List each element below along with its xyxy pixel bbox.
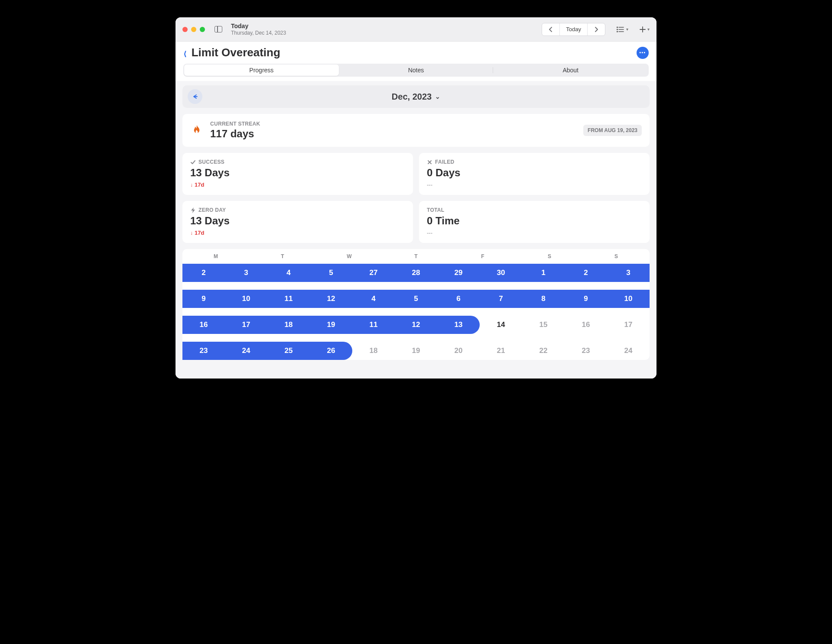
- calendar-day[interactable]: 3: [225, 269, 267, 277]
- calendar-day[interactable]: 30: [480, 269, 522, 277]
- calendar-day[interactable]: 3: [607, 269, 650, 277]
- calendar-day[interactable]: 25: [267, 346, 310, 355]
- dow-cell: S: [583, 253, 650, 259]
- calendar-day[interactable]: 11: [352, 320, 395, 329]
- next-day-button[interactable]: [588, 23, 605, 36]
- calendar-day[interactable]: 17: [225, 320, 267, 329]
- calendar-day[interactable]: 5: [395, 294, 437, 303]
- close-window-button[interactable]: [182, 27, 188, 32]
- calendar-day[interactable]: 9: [565, 294, 607, 303]
- calendar-day[interactable]: 17: [607, 320, 650, 329]
- stat-label-text: TOTAL: [427, 207, 444, 213]
- stat-value: 0 Time: [427, 215, 642, 227]
- calendar-row: 1617181911121314151617: [182, 316, 650, 334]
- calendar-day[interactable]: 29: [437, 269, 480, 277]
- svg-point-4: [617, 29, 618, 30]
- month-label: Dec, 2023: [392, 92, 432, 102]
- stat-value: 0 Days: [427, 167, 642, 179]
- streak-card: CURRENT STREAK 117 days FROM AUG 19, 202…: [182, 114, 650, 147]
- calendar-day[interactable]: 16: [182, 320, 225, 329]
- app-window: Today Thursday, Dec 14, 2023 Today ▾ ▾ ‹…: [176, 17, 656, 379]
- calendar-day[interactable]: 11: [267, 294, 310, 303]
- dow-cell: T: [383, 253, 449, 259]
- calendar-day[interactable]: 20: [437, 346, 480, 355]
- tab-notes[interactable]: Notes: [339, 65, 494, 76]
- dow-cell: W: [316, 253, 383, 259]
- check-icon: [190, 159, 196, 165]
- calendar-day[interactable]: 14: [480, 320, 522, 329]
- stat-zeroday: ZERO DAY 13 Days ↓17d: [182, 201, 413, 243]
- back-button[interactable]: ‹: [184, 45, 186, 60]
- calendar-day[interactable]: 16: [565, 320, 607, 329]
- calendar-day[interactable]: 21: [480, 346, 522, 355]
- stat-label-text: FAILED: [435, 159, 454, 165]
- maximize-window-button[interactable]: [200, 27, 205, 32]
- tab-progress[interactable]: Progress: [184, 65, 339, 76]
- calendar-day[interactable]: 4: [267, 269, 310, 277]
- add-menu[interactable]: ▾: [640, 26, 650, 32]
- calendar-row: 2324252618192021222324: [182, 342, 650, 360]
- calendar-day[interactable]: 24: [225, 346, 267, 355]
- calendar-day[interactable]: 23: [565, 346, 607, 355]
- calendar-day[interactable]: 23: [182, 346, 225, 355]
- calendar-day[interactable]: 15: [522, 320, 565, 329]
- calendar-day[interactable]: 5: [310, 269, 352, 277]
- today-button[interactable]: Today: [559, 23, 588, 36]
- calendar-day[interactable]: 28: [395, 269, 437, 277]
- calendar-day[interactable]: 26: [310, 346, 352, 355]
- calendar-row: 234527282930123: [182, 264, 650, 282]
- calendar-day[interactable]: 19: [310, 320, 352, 329]
- calendar-day[interactable]: 4: [352, 294, 395, 303]
- bolt-icon: [190, 207, 196, 213]
- calendar-day[interactable]: 6: [437, 294, 480, 303]
- prev-month-button[interactable]: [188, 89, 202, 104]
- calendar-day[interactable]: 9: [182, 294, 225, 303]
- stat-delta: ↓17d: [190, 230, 405, 236]
- stat-delta: ---: [427, 230, 642, 236]
- chevron-down-icon: ▾: [626, 27, 628, 32]
- calendar-day[interactable]: 24: [607, 346, 650, 355]
- prev-day-button[interactable]: [542, 23, 559, 36]
- calendar-day[interactable]: 2: [565, 269, 607, 277]
- streak-text: CURRENT STREAK 117 days: [210, 121, 260, 140]
- stat-total: TOTAL 0 Time ---: [419, 201, 650, 243]
- month-picker[interactable]: Dec, 2023 ⌄: [392, 92, 440, 102]
- content: Dec, 2023 ⌄ CURRENT STREAK 117 days FROM…: [176, 81, 656, 379]
- stat-value: 13 Days: [190, 215, 405, 227]
- more-menu-button[interactable]: •••: [637, 47, 649, 59]
- calendar-day[interactable]: 27: [352, 269, 395, 277]
- chevron-down-icon: ⌄: [435, 93, 440, 100]
- tab-about[interactable]: About: [493, 65, 648, 76]
- dow-cell: M: [182, 253, 249, 259]
- calendar-day[interactable]: 19: [395, 346, 437, 355]
- calendar-day[interactable]: 12: [310, 294, 352, 303]
- calendar-day[interactable]: 8: [522, 294, 565, 303]
- calendar-day[interactable]: 1: [522, 269, 565, 277]
- calendar-cells: 910111245678910: [182, 290, 650, 308]
- calendar-day[interactable]: 2: [182, 269, 225, 277]
- stat-label-text: SUCCESS: [198, 159, 224, 165]
- toggle-sidebar-button[interactable]: [214, 26, 222, 32]
- header-wrap: ‹ Limit Overeating ••• Progress Notes Ab…: [176, 42, 656, 81]
- calendar-day[interactable]: 18: [267, 320, 310, 329]
- streak-from-badge: FROM AUG 19, 2023: [583, 125, 642, 136]
- calendar-day[interactable]: 13: [437, 320, 480, 329]
- list-menu[interactable]: ▾: [617, 26, 628, 32]
- calendar-cells: 234527282930123: [182, 264, 650, 282]
- calendar-rows: 234527282930123 910111245678910 16171819…: [182, 264, 650, 360]
- minimize-window-button[interactable]: [191, 27, 196, 32]
- calendar-day[interactable]: 10: [607, 294, 650, 303]
- calendar-row: 910111245678910: [182, 290, 650, 308]
- calendar-day[interactable]: 18: [352, 346, 395, 355]
- svg-point-5: [617, 31, 618, 32]
- page-title: Limit Overeating: [192, 46, 280, 59]
- calendar-day[interactable]: 22: [522, 346, 565, 355]
- down-arrow-icon: ↓: [190, 182, 193, 188]
- calendar-day[interactable]: 10: [225, 294, 267, 303]
- chevron-down-icon: ▾: [647, 27, 650, 32]
- svg-point-3: [617, 27, 618, 28]
- calendar-day[interactable]: 7: [480, 294, 522, 303]
- stat-failed: FAILED 0 Days ---: [419, 153, 650, 195]
- calendar-day[interactable]: 12: [395, 320, 437, 329]
- stat-delta: ↓17d: [190, 181, 405, 188]
